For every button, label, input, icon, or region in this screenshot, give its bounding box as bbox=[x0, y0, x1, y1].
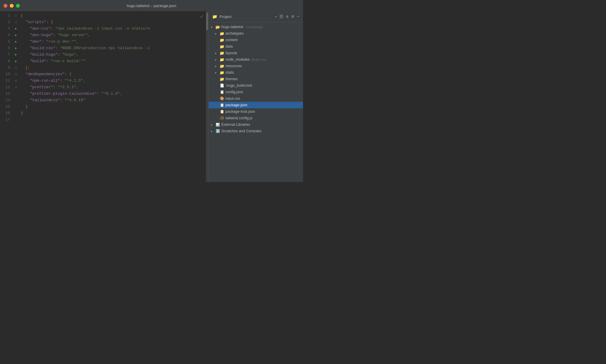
panel-header: 📁 Project ▾ ☰ ⇅ ⚙ — bbox=[209, 11, 303, 22]
close-button[interactable] bbox=[4, 4, 7, 8]
window-controls bbox=[4, 4, 20, 8]
tree-item-node-modules[interactable]: ▸📁node_moduleslibrary roo bbox=[209, 56, 303, 63]
window-title: hugo-tailwind – package.json bbox=[127, 4, 176, 8]
item-label: hugo-tailwind bbox=[221, 25, 243, 29]
gutter: ◇◇▶▶▶▶▶▶◇◇◇◇ bbox=[12, 11, 20, 182]
tree-item-External-Libraries[interactable]: ▸📊External Libraries bbox=[209, 121, 303, 128]
file-icon: JS bbox=[219, 116, 225, 120]
panel-collapse-icon[interactable]: — bbox=[297, 14, 299, 20]
file-icon: 🎨 bbox=[219, 96, 225, 101]
project-panel: 📁 Project ▾ ☰ ⇅ ⚙ — ▾📂hugo-tailwind~/cod… bbox=[208, 11, 303, 182]
checkmark-icon: ✓ bbox=[200, 13, 204, 20]
tree-item-config-json[interactable]: 📋config.json bbox=[209, 89, 303, 95]
item-label: package.json bbox=[225, 103, 247, 107]
editor-content: 1234567891011121314151617 ◇◇▶▶▶▶▶▶◇◇◇◇ {… bbox=[0, 11, 208, 182]
file-icon: ℹ️ bbox=[215, 129, 220, 133]
tree-item-themes[interactable]: 📁themes bbox=[209, 76, 303, 82]
item-label: static bbox=[225, 70, 234, 75]
item-label: archetypes bbox=[225, 31, 244, 36]
file-icon: 📋 bbox=[219, 90, 225, 94]
expand-arrow[interactable]: ▸ bbox=[211, 123, 215, 126]
panel-icons: ☰ ⇅ ⚙ — bbox=[279, 14, 299, 20]
file-icon: 📋 bbox=[219, 103, 225, 107]
file-icon: 📁 bbox=[219, 51, 225, 55]
item-label: input.css bbox=[225, 96, 240, 101]
tree-item-package-json[interactable]: 📋package.json bbox=[209, 102, 303, 108]
file-icon: 📋 bbox=[219, 109, 225, 114]
file-icon: 📁 bbox=[219, 57, 225, 62]
code-line: "scripts": { bbox=[21, 19, 206, 25]
code-line: "build:hugo": "hugo", bbox=[21, 51, 206, 58]
file-icon: 📁 bbox=[219, 64, 225, 68]
tree-item-input-css[interactable]: 🎨input.css bbox=[209, 95, 303, 102]
expand-arrow[interactable]: ▾ bbox=[211, 25, 215, 29]
code-line: "build": "run-s build:*" bbox=[21, 58, 206, 65]
panel-settings-icon[interactable]: ⚙ bbox=[291, 14, 294, 20]
item-label: Scratches and Consoles bbox=[221, 129, 262, 133]
file-icon: 📁 bbox=[219, 70, 225, 75]
code-line: "devDependencies": { bbox=[21, 71, 206, 78]
code-line: "prettier-plugin-tailwindcss": "^0.1.6", bbox=[21, 91, 206, 97]
tree-item-layouts[interactable]: ▸📁layouts bbox=[209, 50, 303, 56]
tree-item-hugo-tailwind[interactable]: ▾📂hugo-tailwind~/code/hugo bbox=[209, 24, 303, 30]
code-line: "dev:css": "npx tailwindcss -i input.css… bbox=[21, 25, 206, 32]
expand-arrow[interactable]: ▸ bbox=[215, 65, 219, 68]
tree-item-resources[interactable]: ▸📁resources bbox=[209, 63, 303, 69]
panel-filter-icon[interactable]: ☰ bbox=[279, 14, 283, 20]
item-label: resources bbox=[225, 64, 242, 68]
item-label: node_modules bbox=[225, 57, 250, 62]
expand-arrow[interactable]: ▸ bbox=[215, 71, 219, 74]
item-label: tailwind.config.js bbox=[225, 116, 252, 120]
panel-dropdown-arrow[interactable]: ▾ bbox=[275, 15, 277, 19]
main-area: 1234567891011121314151617 ◇◇▶▶▶▶▶▶◇◇◇◇ {… bbox=[0, 11, 303, 182]
tree-item-data[interactable]: 📁data bbox=[209, 43, 303, 50]
item-label: config.json bbox=[225, 90, 243, 94]
item-label: layouts bbox=[225, 51, 237, 55]
code-line: "npm-run-all": "^4.1.5", bbox=[21, 78, 206, 84]
code-area[interactable]: { "scripts": { "dev:css": "npx tailwindc… bbox=[20, 11, 206, 182]
file-icon: 📂 bbox=[215, 25, 220, 29]
file-tree: ▾📂hugo-tailwind~/code/hugo▸📁archetypes📁c… bbox=[209, 22, 303, 182]
code-line: "dev": "run-p dev:*", bbox=[21, 38, 206, 45]
code-line: } bbox=[21, 110, 206, 117]
item-badge: ~/code/hugo bbox=[245, 25, 263, 29]
maximize-button[interactable] bbox=[16, 4, 20, 8]
tree-item-content[interactable]: 📁content bbox=[209, 37, 303, 43]
scrollbar-thumb[interactable] bbox=[206, 12, 208, 30]
code-line: "dev:hugo": "hugo server", bbox=[21, 32, 206, 38]
file-icon: 📁 bbox=[219, 44, 225, 49]
tree-item-tailwind-config-js[interactable]: JStailwind.config.js bbox=[209, 115, 303, 121]
file-icon: 📁 bbox=[219, 77, 225, 81]
item-label: .hugo_build.lock bbox=[225, 83, 252, 88]
editor-scrollbar[interactable] bbox=[206, 11, 208, 182]
panel-sort-icon[interactable]: ⇅ bbox=[286, 14, 289, 20]
file-icon: 📁 bbox=[219, 38, 225, 42]
item-label: data bbox=[225, 44, 233, 49]
file-icon: 📊 bbox=[215, 123, 220, 127]
tree-item-Scratches-and-Consoles[interactable]: ▸ℹ️Scratches and Consoles bbox=[209, 128, 303, 134]
minimize-button[interactable] bbox=[10, 4, 14, 8]
code-line: "build:css": "NODE_ENV=production npx ta… bbox=[21, 45, 206, 51]
tree-item-static[interactable]: ▸📁static bbox=[209, 69, 303, 76]
tree-item--hugo-build-lock[interactable]: 📄.hugo_build.lock bbox=[209, 82, 303, 89]
tree-item-package-lock-json[interactable]: 📋package-lock.json bbox=[209, 108, 303, 115]
item-label: package-lock.json bbox=[225, 109, 255, 114]
panel-folder-icon: 📁 bbox=[212, 14, 217, 19]
code-line: }, bbox=[21, 65, 206, 71]
item-badge: library roo bbox=[252, 58, 266, 61]
item-label: content bbox=[225, 38, 238, 42]
panel-title: Project bbox=[220, 15, 273, 19]
expand-arrow[interactable]: ▸ bbox=[215, 58, 219, 61]
titlebar: hugo-tailwind – package.json bbox=[0, 0, 303, 11]
code-line: { bbox=[21, 12, 206, 19]
tree-item-archetypes[interactable]: ▸📁archetypes bbox=[209, 30, 303, 37]
code-line: "tailwindcss": "^3.0.19" bbox=[21, 97, 206, 104]
expand-arrow[interactable]: ▸ bbox=[215, 51, 219, 55]
expand-arrow[interactable]: ▸ bbox=[211, 130, 215, 133]
code-line: "prettier": "^2.5.1", bbox=[21, 84, 206, 91]
item-label: themes bbox=[225, 77, 238, 81]
code-line: } bbox=[21, 104, 206, 110]
expand-arrow[interactable]: ▸ bbox=[215, 32, 219, 35]
editor: 1234567891011121314151617 ◇◇▶▶▶▶▶▶◇◇◇◇ {… bbox=[0, 11, 208, 182]
file-icon: 📄 bbox=[219, 83, 225, 88]
